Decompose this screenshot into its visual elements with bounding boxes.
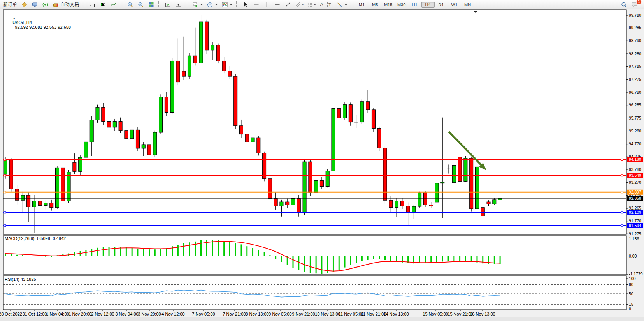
svg-text:97.785: 97.785 [629,64,641,69]
line-chart-icon [110,2,117,8]
line-handle[interactable] [621,225,623,227]
fibonacci-icon [307,2,314,8]
svg-text:95.775: 95.775 [629,116,641,120]
signal-icon [42,2,49,8]
trendline-tool-button[interactable] [283,0,293,9]
search-button[interactable] [619,0,629,9]
shapes-tool-button[interactable] [334,0,349,9]
svg-text:97.275: 97.275 [629,77,641,82]
vertical-line-tool-button[interactable] [261,0,272,9]
dropdown-caret[interactable] [345,4,347,5]
svg-text:15: 15 [629,302,633,307]
gold-button[interactable] [19,0,30,9]
trade-group: 新订单 自动交易 [0,0,82,9]
tf-button-M15[interactable]: M15 [382,2,395,8]
zoom-in-button[interactable] [125,0,135,9]
line-handle[interactable] [4,159,6,160]
price-badge: 91.594 [627,223,643,228]
svg-text:11 Nov 05:00: 11 Nov 05:00 [339,312,364,316]
chart-title: ▼ UKOil-,H4 92.592 92.681 92.553 92.658 [5,11,71,34]
line-handle[interactable] [621,175,623,176]
svg-text:91.770: 91.770 [629,219,641,223]
svg-text:1 Nov 04:00: 1 Nov 04:00 [46,312,69,316]
indicators-icon [221,2,228,8]
new-order-button[interactable]: 新订单 [1,0,19,9]
trendline-icon [284,2,291,8]
line-chart-button[interactable] [108,0,119,9]
svg-text:93.780: 93.780 [629,167,641,172]
bar-chart-button[interactable] [87,0,98,9]
svg-text:92.897: 92.897 [629,190,641,194]
fibonacci-tool-button[interactable]: F [305,0,318,9]
channel-tool-button[interactable]: E [293,0,305,9]
tf-button-D1[interactable]: D1 [435,2,448,8]
dropdown-caret[interactable] [230,4,232,5]
svg-text:0.00: 0.00 [629,254,637,258]
svg-text:91.594: 91.594 [629,223,641,228]
current-price-badge: 92.658 [627,196,643,201]
tf-button-W1[interactable]: W1 [448,2,461,8]
tf-button-M1[interactable]: M1 [355,2,369,8]
right-toolbar-group: 1 [618,0,644,9]
crosshair-tool-button[interactable] [251,0,261,9]
toolbar-separator [83,1,85,8]
terminal-button[interactable] [30,0,40,9]
chart-shift-button[interactable] [173,0,184,9]
svg-text:15 Nov 05:00: 15 Nov 05:00 [423,312,448,316]
autotrade-button[interactable]: 自动交易 [51,0,81,9]
line-handle[interactable] [4,225,6,227]
horizontal-line-tool-button[interactable] [272,0,283,9]
line-handle[interactable] [4,191,6,193]
zoom-out-button[interactable] [135,0,146,9]
tile-windows-button[interactable] [146,0,156,9]
candlestick-icon [100,2,106,8]
svg-text:7 Nov 21:00: 7 Nov 21:00 [223,312,246,316]
svg-text:99.780: 99.780 [629,13,641,18]
toolbar-separator [158,1,161,8]
main-toolbar: 新订单 自动交易 [0,0,644,9]
autotrade-icon [53,2,59,8]
zoom-in-icon [127,2,133,8]
dropdown-caret[interactable] [215,4,218,5]
toolbar-separator [236,1,239,8]
notification-badge: 1 [636,0,642,5]
svg-text:28 Oct 2022: 28 Oct 2022 [0,312,22,316]
svg-text:95.280: 95.280 [629,129,641,133]
label-tool-button[interactable]: T [325,0,334,9]
clock-icon [207,2,213,8]
tf-button-H1[interactable]: H1 [408,2,421,8]
line-handle[interactable] [621,212,623,213]
horizontal-line-icon [274,2,281,8]
dropdown-caret[interactable] [200,4,203,5]
text-tool-button[interactable]: A [318,0,325,9]
rsi-indicator-label: RSI(14) 43.1825 [5,277,36,282]
line-handle[interactable] [4,175,6,176]
svg-text:14 Nov 13:00: 14 Nov 13:00 [383,312,409,316]
chart-canvas[interactable]: 99.78099.28598.79098.28097.78597.27596.7… [0,9,644,321]
svg-text:93.549: 93.549 [629,173,641,178]
line-handle[interactable] [621,191,623,193]
indicators-button[interactable] [219,0,234,9]
periodicity-button[interactable] [205,0,219,9]
line-handle[interactable] [621,159,623,160]
chart-window[interactable]: 99.78099.28598.79098.28097.78597.27596.7… [0,9,644,321]
auto-scroll-button[interactable] [163,0,173,9]
gold-icon [21,2,28,8]
svg-text:7 Nov 05:00: 7 Nov 05:00 [192,312,215,316]
tf-button-MN[interactable]: MN [461,2,474,8]
candlestick-button[interactable] [98,0,108,9]
status-bar [0,317,644,321]
zoom-out-icon [137,2,144,8]
tf-button-M5[interactable]: M5 [369,2,382,8]
new-chart-button[interactable] [190,0,205,9]
terminal-icon [32,2,38,8]
collapse-triangle-icon[interactable]: ▼ [12,17,16,20]
line-handle[interactable] [4,212,6,213]
tf-button-M30[interactable]: M30 [395,2,408,8]
vertical-line-icon [263,2,270,8]
cursor-tool-button[interactable] [240,0,251,9]
tf-button-H4[interactable]: H4 [421,2,435,8]
toolbar-separator [351,1,353,8]
notifications-button[interactable]: 1 [629,0,640,9]
signal-button[interactable] [40,0,51,9]
